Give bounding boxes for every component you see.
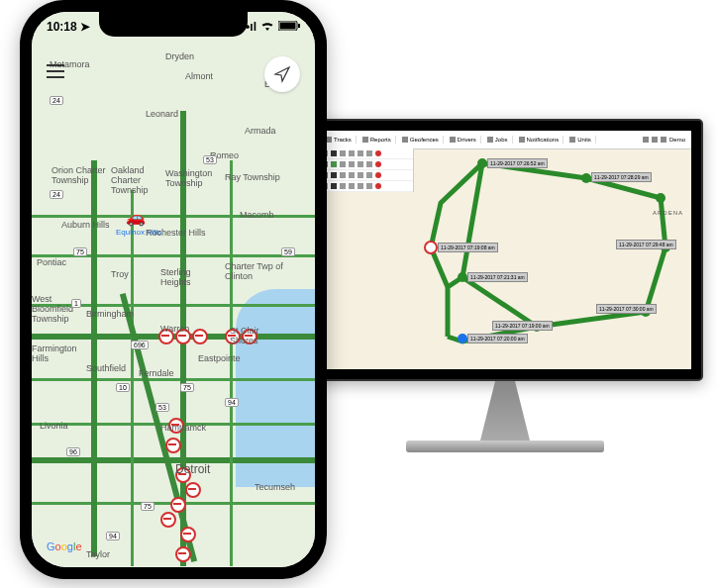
road	[131, 190, 134, 566]
tab-drivers[interactable]: Drivers	[446, 136, 481, 144]
eye-icon[interactable]	[358, 150, 363, 156]
road-closed-icon	[192, 329, 208, 344]
car-icon	[331, 150, 337, 156]
highway-shield: 59	[281, 247, 295, 256]
waypoint[interactable]	[656, 193, 666, 203]
road-closed-icon	[185, 482, 201, 498]
svg-rect-2	[298, 24, 300, 28]
navigation-icon	[273, 65, 291, 83]
city-label: Almont	[185, 71, 213, 81]
pause-icon[interactable]	[331, 161, 337, 167]
tab-geofences[interactable]: Geofences	[398, 136, 444, 144]
highway-shield: 696	[131, 341, 149, 349]
gear-icon[interactable]	[366, 161, 372, 167]
unit-row[interactable]	[319, 170, 413, 181]
desktop-monitor: Tracks Reports Geofences Drivers Jobs No…	[307, 119, 703, 495]
road-closed-icon	[175, 546, 191, 562]
city-label: Washington Township	[165, 168, 220, 188]
waypoint[interactable]	[477, 158, 487, 168]
car-icon	[331, 172, 337, 178]
city-label: Oakland Charter Township	[111, 165, 160, 195]
tool-icon[interactable]	[340, 172, 346, 178]
waypoint-start[interactable]	[424, 241, 438, 254]
tab-reports[interactable]: Reports	[358, 136, 396, 144]
city-label: Charter Twp of Clinton	[225, 261, 284, 281]
desktop-app[interactable]: Tracks Reports Geofences Drivers Jobs No…	[319, 131, 691, 369]
wrench-icon[interactable]	[349, 150, 355, 156]
gear-icon[interactable]	[366, 183, 372, 189]
waypoint-end[interactable]	[458, 334, 467, 343]
tab-jobs[interactable]: Jobs	[483, 136, 513, 144]
unit-row[interactable]	[319, 181, 413, 192]
city-label: Troy	[111, 269, 129, 279]
highway-shield: 10	[116, 383, 130, 392]
user-label[interactable]: Demo	[669, 137, 685, 143]
timestamp-label: 11-29-2017 07:21:31 am	[467, 272, 528, 282]
city-label: Rochester Hills	[146, 228, 206, 238]
road	[32, 378, 315, 381]
city-label: Dryden	[165, 51, 194, 61]
city-label: Eastpointe	[198, 353, 241, 363]
timestamp-label: 11-29-2017 07:28:29 am	[591, 172, 652, 182]
vehicle-icon[interactable]: 🚗	[126, 208, 146, 227]
wrench-icon[interactable]	[349, 161, 355, 167]
delete-icon[interactable]	[375, 161, 381, 167]
waypoint[interactable]	[458, 272, 467, 282]
settings-icon[interactable]	[661, 137, 666, 143]
unit-row[interactable]	[319, 148, 413, 159]
city-label: Auburn Hills	[61, 220, 110, 230]
city-label: Taylor	[86, 549, 110, 559]
phone-device: 10:18 ➤ ••ıl	[20, 0, 327, 579]
wifi-icon	[260, 20, 274, 34]
eye-icon[interactable]	[358, 161, 363, 167]
google-logo: Google	[47, 540, 82, 552]
highway-shield: 94	[225, 398, 239, 407]
eye-icon[interactable]	[358, 183, 363, 189]
tab-notifications[interactable]: Notifications	[515, 136, 564, 144]
monitor-base	[406, 441, 604, 452]
grid-icon[interactable]	[652, 137, 658, 143]
monitor-screen: Tracks Reports Geofences Drivers Jobs No…	[307, 119, 703, 381]
unit-row[interactable]	[319, 159, 413, 170]
tab-tracks[interactable]: Tracks	[322, 136, 357, 144]
city-label: Farmington Hills	[32, 343, 81, 363]
phone-notch	[99, 12, 248, 37]
location-icon: ➤	[80, 20, 90, 34]
city-label: Hamtramck	[160, 423, 206, 433]
delete-icon[interactable]	[375, 150, 381, 156]
main-toolbar: Tracks Reports Geofences Drivers Jobs No…	[319, 131, 691, 149]
wrench-icon[interactable]	[349, 183, 355, 189]
search-icon[interactable]	[643, 137, 649, 143]
tool-icon[interactable]	[340, 150, 346, 156]
highway-shield: 75	[141, 502, 154, 511]
tool-icon[interactable]	[340, 183, 346, 189]
eye-icon[interactable]	[358, 172, 363, 178]
road-closed-icon	[180, 527, 196, 542]
highway-shield: 96	[66, 447, 80, 456]
side-panel	[319, 148, 414, 192]
city-label: St Clair Shores	[230, 326, 269, 345]
phone-map[interactable]: 🚗 Equinox Hills Metamora Dryden Almont B…	[32, 12, 315, 567]
city-label: Southfield	[86, 363, 126, 373]
car-icon	[331, 183, 337, 189]
timestamp-label: 11-29-2017 07:26:52 am	[487, 158, 548, 168]
status-time: 10:18	[47, 20, 77, 34]
waypoint[interactable]	[581, 173, 591, 183]
phone-screen: 10:18 ➤ ••ıl	[32, 12, 315, 567]
delete-icon[interactable]	[375, 183, 381, 189]
highway-shield: 53	[155, 403, 169, 412]
gear-icon[interactable]	[366, 150, 372, 156]
delete-icon[interactable]	[375, 172, 381, 178]
timestamp-label: 11-29-2017 07:20:00 am	[467, 334, 528, 343]
timestamp-label: 11-29-2017 07:30:00 am	[596, 304, 657, 314]
menu-button[interactable]	[47, 56, 76, 86]
road-closed-icon	[160, 512, 176, 528]
navigation-button[interactable]	[264, 56, 300, 92]
city-label: Birmingham	[86, 309, 134, 319]
tab-units[interactable]: Units	[565, 136, 596, 144]
tool-icon[interactable]	[340, 161, 346, 167]
timestamp-label: 11-29-2017 07:29:48 am	[616, 240, 676, 249]
timestamp-label: 11-29-2017 07:19:08 am	[438, 243, 498, 252]
gear-icon[interactable]	[366, 172, 372, 178]
wrench-icon[interactable]	[349, 172, 355, 178]
